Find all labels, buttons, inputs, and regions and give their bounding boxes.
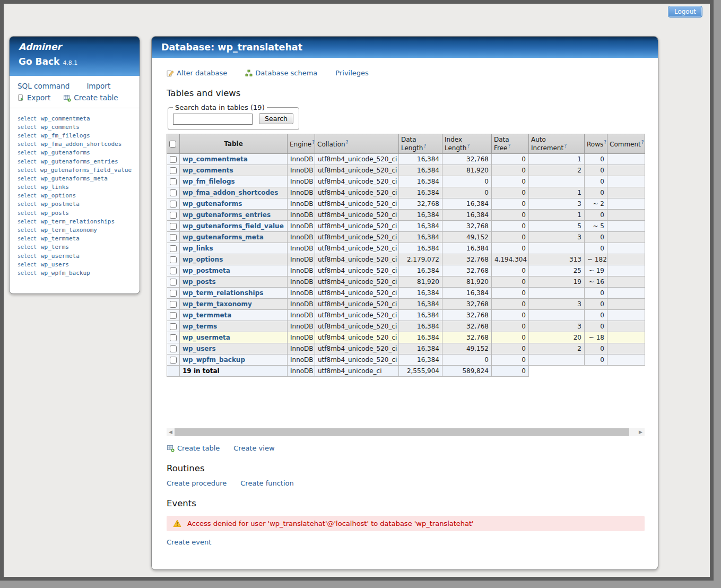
table-name-link[interactable]: wp_wpfm_backup: [183, 356, 245, 364]
row-checkbox[interactable]: [170, 334, 177, 341]
sidebar-select-link[interactable]: select: [18, 193, 41, 198]
sidebar-table-link[interactable]: wp_commentmeta: [41, 115, 90, 122]
sidebar-select-link[interactable]: select: [18, 133, 41, 139]
sidebar-table-link[interactable]: wp_term_taxonomy: [41, 227, 97, 234]
table-name-link[interactable]: wp_gutenaforms_meta: [183, 234, 264, 241]
scrollbar-thumb[interactable]: [175, 428, 629, 436]
row-checkbox[interactable]: [170, 345, 177, 352]
table-name-link[interactable]: wp_usermeta: [183, 334, 230, 341]
privileges-link[interactable]: Privileges: [335, 69, 369, 77]
sidebar-table-link[interactable]: wp_options: [41, 192, 76, 199]
sidebar-table-link[interactable]: wp_gutenaforms_meta: [41, 175, 108, 182]
table-name-link[interactable]: wp_term_relationships: [183, 289, 263, 297]
sidebar-select-link[interactable]: select: [18, 184, 41, 190]
sidebar-table-link[interactable]: wp_gutenaforms: [41, 149, 90, 156]
row-checkbox[interactable]: [170, 156, 177, 163]
create-view-link[interactable]: Create view: [233, 444, 274, 452]
create-procedure-link[interactable]: Create procedure: [167, 479, 227, 487]
sidebar-select-link[interactable]: select: [18, 167, 40, 173]
scroll-right-arrow-icon[interactable]: ▶: [637, 428, 645, 436]
index-length-help-link[interactable]: ?: [467, 143, 470, 149]
row-checkbox[interactable]: [170, 267, 177, 274]
row-checkbox[interactable]: [170, 212, 177, 219]
sidebar-table-link[interactable]: wp_links: [41, 184, 69, 191]
import-link[interactable]: Import: [86, 82, 110, 90]
row-checkbox[interactable]: [170, 234, 177, 241]
sidebar-select-link[interactable]: select: [18, 219, 41, 224]
comment-help-link[interactable]: ?: [641, 140, 644, 145]
create-event-link[interactable]: Create event: [167, 538, 211, 546]
create-function-link[interactable]: Create function: [240, 479, 293, 487]
sidebar-select-link[interactable]: select: [18, 244, 41, 250]
row-checkbox[interactable]: [170, 223, 177, 230]
row-checkbox[interactable]: [170, 178, 177, 185]
table-name-link[interactable]: wp_comments: [183, 167, 233, 174]
sql-command-link[interactable]: SQL command: [18, 82, 70, 90]
sidebar-table-link[interactable]: wp_usermeta: [41, 253, 80, 260]
sidebar-table-link[interactable]: wp_gutenaforms_entries: [41, 158, 118, 165]
sidebar-select-link[interactable]: select: [18, 124, 41, 130]
row-checkbox[interactable]: [170, 312, 177, 319]
sidebar-select-link[interactable]: select: [18, 176, 41, 181]
table-name-link[interactable]: wp_fm_filelogs: [183, 178, 235, 185]
sidebar-select-link[interactable]: select: [18, 116, 41, 122]
sidebar-table-link[interactable]: wp_fm_filelogs: [41, 132, 90, 139]
collation-help-link[interactable]: ?: [346, 140, 349, 145]
sidebar-select-link[interactable]: select: [18, 210, 41, 216]
sidebar-table-link[interactable]: wp_wpfm_backup: [41, 270, 90, 276]
table-name-link[interactable]: wp_gutenaforms_field_value: [183, 222, 284, 230]
sidebar-table-link[interactable]: wp_fma_addon_shortcodes: [41, 141, 121, 148]
sidebar-select-link[interactable]: select: [18, 227, 41, 233]
scroll-left-arrow-icon[interactable]: ◀: [167, 428, 175, 436]
logout-button[interactable]: Logout: [668, 6, 702, 18]
sidebar-select-link[interactable]: select: [18, 201, 41, 207]
table-name-link[interactable]: wp_options: [183, 256, 223, 263]
horizontal-scrollbar[interactable]: ◀ ▶: [167, 428, 645, 436]
sidebar-table-link[interactable]: wp_comments: [41, 124, 80, 131]
create-table-link[interactable]: Create table: [177, 444, 220, 452]
row-checkbox[interactable]: [170, 290, 177, 297]
data-free-help-link[interactable]: ?: [508, 143, 510, 149]
table-name-link[interactable]: wp_postmeta: [183, 267, 230, 274]
row-checkbox[interactable]: [170, 201, 177, 207]
table-name-link[interactable]: wp_links: [183, 245, 213, 252]
sidebar-table-link[interactable]: wp_term_relationships: [41, 218, 115, 225]
sidebar-create-table-link[interactable]: Create table: [74, 93, 118, 102]
table-name-link[interactable]: wp_posts: [183, 278, 216, 286]
database-schema-link[interactable]: Database schema: [255, 69, 317, 77]
table-name-link[interactable]: wp_commentmeta: [183, 155, 248, 163]
sidebar-table-link[interactable]: wp_terms: [41, 244, 69, 250]
row-checkbox[interactable]: [170, 256, 177, 263]
sidebar-table-link[interactable]: wp_users: [41, 261, 69, 268]
alter-database-link[interactable]: Alter database: [177, 69, 227, 77]
table-name-link[interactable]: wp_gutenaforms_entries: [183, 211, 271, 219]
row-checkbox[interactable]: [170, 323, 177, 330]
search-input[interactable]: [173, 114, 253, 125]
auto-increment-help-link[interactable]: ?: [564, 143, 567, 149]
sidebar-select-link[interactable]: select: [18, 270, 41, 276]
go-back-link[interactable]: Go Back: [19, 56, 59, 67]
sidebar-select-link[interactable]: select: [18, 150, 41, 155]
table-name-link[interactable]: wp_gutenaforms: [183, 200, 242, 207]
sidebar-table-link[interactable]: wp_posts: [41, 210, 69, 217]
sidebar-select-link[interactable]: select: [18, 159, 41, 165]
table-name-link[interactable]: wp_termmeta: [183, 312, 231, 319]
search-button[interactable]: Search: [259, 113, 293, 124]
sidebar-select-link[interactable]: select: [18, 236, 41, 241]
sidebar-table-link[interactable]: wp_termmeta: [41, 235, 80, 242]
select-all-checkbox[interactable]: [169, 141, 176, 148]
sidebar-select-link[interactable]: select: [18, 141, 41, 147]
rows-help-link[interactable]: ?: [604, 140, 606, 145]
row-checkbox[interactable]: [170, 167, 177, 174]
row-checkbox[interactable]: [170, 279, 177, 286]
export-link[interactable]: Export: [27, 93, 50, 102]
row-checkbox[interactable]: [170, 189, 177, 196]
row-checkbox[interactable]: [170, 357, 177, 364]
adminer-logo-link[interactable]: Adminer: [19, 41, 62, 52]
sidebar-table-link[interactable]: wp_postmeta: [41, 201, 80, 207]
table-name-link[interactable]: wp_users: [183, 345, 216, 352]
row-checkbox[interactable]: [170, 301, 177, 308]
engine-help-link[interactable]: ?: [312, 140, 315, 145]
data-length-help-link[interactable]: ?: [423, 143, 426, 149]
sidebar-select-link[interactable]: select: [18, 253, 41, 259]
